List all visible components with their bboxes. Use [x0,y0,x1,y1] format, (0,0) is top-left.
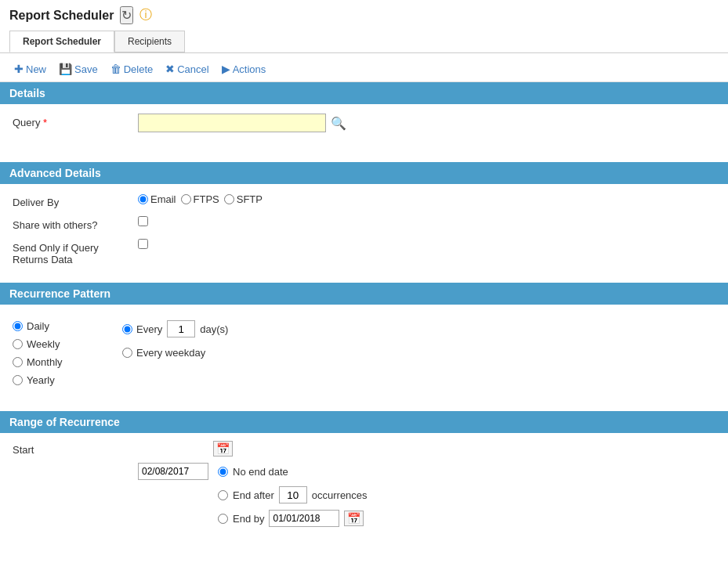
weekly-option[interactable]: Weekly [13,338,122,350]
no-end-date-option[interactable]: No end date [218,466,288,478]
new-icon: ✚ [14,63,24,75]
delete-icon: 🗑 [110,63,121,75]
end-by-input[interactable]: 01/01/2018 [269,510,339,527]
actions-button[interactable]: ▶ Actions [217,61,271,77]
send-only-row: Send Only if Query Returns Data [13,239,715,265]
advanced-details-body: Deliver By Email FTPS SFTP Share with ot… [0,184,728,283]
share-row: Share with others? [13,216,715,231]
save-button[interactable]: 💾 Save [54,61,103,77]
every-weekday-radio[interactable] [122,348,132,358]
range-header: Range of Recurrence [0,411,728,433]
recurrence-section: Recurrence Pattern Daily Weekly Monthly … [0,283,728,399]
query-label: Query * [13,114,138,128]
advanced-details-header: Advanced Details [0,162,728,184]
ftps-option[interactable]: FTPS [181,193,219,205]
required-indicator: * [43,117,47,128]
end-by-row: End by 01/01/2018 📅 [138,510,368,527]
share-label: Share with others? [13,216,138,231]
actions-icon: ▶ [222,63,230,75]
tab-recipients[interactable]: Recipients [114,31,185,52]
calendar-row-top: 📅 [138,441,368,457]
no-end-date-radio[interactable] [218,467,228,477]
share-checkbox[interactable] [138,216,148,226]
range-row: Start 📅 02/08/2017 No end date [13,441,715,527]
daily-option[interactable]: Daily [13,320,122,332]
tabs-bar: Report Scheduler Recipients [0,31,728,53]
every-weekday-option[interactable]: Every weekday [122,347,205,359]
every-weekday-row: Every weekday [122,347,715,359]
share-field [138,216,148,226]
query-input[interactable] [138,114,326,132]
range-section: Range of Recurrence Start 📅 02/08/2017 N… [0,411,728,540]
title-bar: Report Scheduler ↻ ⓘ [0,0,728,31]
toolbar: ✚ New 💾 Save 🗑 Delete ✖ Cancel ▶ Actions [0,56,728,82]
details-body: Query * 🔍 [0,104,728,150]
sftp-option[interactable]: SFTP [224,193,263,205]
send-only-checkbox[interactable] [138,239,148,249]
range-body: Start 📅 02/08/2017 No end date [0,441,728,540]
save-icon: 💾 [59,63,72,75]
delete-button[interactable]: 🗑 Delete [106,61,158,77]
details-section: Details Query * 🔍 [0,82,728,150]
calendar-icon-end-by[interactable]: 📅 [344,511,364,526]
every-radio-label[interactable]: Every [122,323,162,335]
share-checkbox-label[interactable] [138,216,148,226]
query-row: Query * 🔍 [13,114,715,132]
sftp-radio[interactable] [224,194,234,204]
cancel-button[interactable]: ✖ Cancel [161,61,213,77]
every-input[interactable]: 1 [167,320,195,337]
recurrence-left: Daily Weekly Monthly Yearly [13,317,122,386]
query-field: 🔍 [138,114,346,132]
end-after-radio[interactable] [218,490,228,500]
advanced-details-section: Advanced Details Deliver By Email FTPS S… [0,162,728,283]
start-date-row: 02/08/2017 No end date [138,463,368,480]
weekly-radio[interactable] [13,339,23,349]
every-row: Every 1 day(s) [122,320,715,337]
monthly-option[interactable]: Monthly [13,356,122,368]
start-date-input[interactable]: 02/08/2017 [138,463,208,480]
recurrence-container: Daily Weekly Monthly Yearly Every 1 [0,305,728,399]
start-label: Start [13,441,138,456]
send-only-field [138,239,148,249]
recurrence-header: Recurrence Pattern [0,283,728,305]
deliver-by-label: Deliver By [13,193,138,208]
yearly-radio[interactable] [13,375,23,385]
end-after-option[interactable]: End after [218,489,274,501]
yearly-option[interactable]: Yearly [13,374,122,386]
end-after-row: End after 10 occurrences [138,486,368,503]
occurrences-input[interactable]: 10 [279,486,307,503]
end-by-radio[interactable] [218,514,228,524]
email-radio[interactable] [138,194,148,204]
info-icon: ⓘ [139,7,152,23]
details-header: Details [0,82,728,104]
recurrence-right: Every 1 day(s) Every weekday [122,317,715,386]
email-option[interactable]: Email [138,193,176,205]
tab-report-scheduler[interactable]: Report Scheduler [9,31,114,52]
search-button[interactable]: 🔍 [331,116,346,131]
every-days-radio[interactable] [122,324,132,334]
range-field: 📅 02/08/2017 No end date End after [138,441,368,527]
page-title: Report Scheduler [9,9,114,23]
send-only-label: Send Only if Query Returns Data [13,239,138,265]
refresh-button[interactable]: ↻ [120,6,133,24]
end-by-option[interactable]: End by [218,513,264,525]
new-button[interactable]: ✚ New [9,61,51,77]
monthly-radio[interactable] [13,357,23,367]
deliver-by-row: Deliver By Email FTPS SFTP [13,193,715,208]
deliver-by-field: Email FTPS SFTP [138,193,263,205]
ftps-radio[interactable] [181,194,191,204]
calendar-icon-top[interactable]: 📅 [213,441,233,457]
cancel-icon: ✖ [165,63,175,75]
daily-radio[interactable] [13,321,23,331]
send-only-checkbox-label[interactable] [138,239,148,249]
